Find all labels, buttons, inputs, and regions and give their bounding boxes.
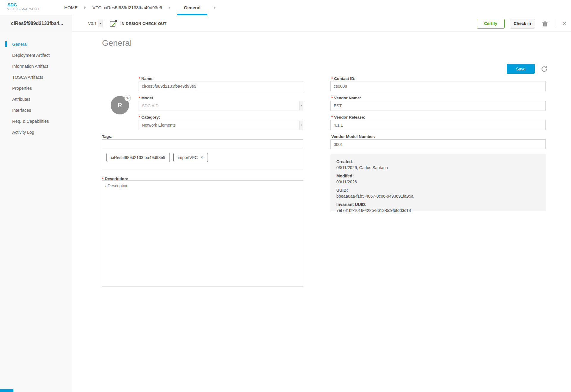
sidebar-item-tosca-artifacts[interactable]: TOSCA Artifacts	[0, 72, 72, 83]
vendor-release-label: *Vendor Release:	[331, 115, 365, 119]
sidebar-item-label: Req. & Capabilities	[12, 119, 49, 124]
tag-chip-label: importVFC	[178, 155, 198, 160]
tags-input[interactable]	[102, 139, 303, 149]
sidebar-item-properties[interactable]: Properties	[0, 83, 72, 94]
sidebar-bottom-strip	[0, 389, 13, 392]
entity-toolbar: ciRes5f989d2133fba4... V0.1 ▾ IN DESIGN …	[0, 15, 571, 32]
tag-chip: importVFC ✕	[173, 153, 208, 162]
revert-button[interactable]	[541, 65, 548, 73]
avatar-edit-button[interactable]: ✎	[124, 95, 131, 101]
vendor-name-input[interactable]	[330, 101, 546, 111]
pencil-icon: ✎	[126, 96, 129, 100]
tags-chips-container: ciRes5f989d2133fba49d93e9 importVFC ✕	[102, 149, 303, 169]
save-button[interactable]: Save	[507, 64, 535, 74]
sidebar-item-deployment-artifact[interactable]: Deployment Artifact	[0, 50, 72, 61]
model-label: *Model	[139, 96, 153, 100]
breadcrumb-current-general[interactable]: General	[177, 0, 207, 15]
avatar-letter: R	[117, 102, 122, 109]
close-icon: ✕	[200, 155, 203, 160]
contact-id-label: *Contact ID:	[331, 76, 355, 81]
breadcrumb-caret-icon	[214, 6, 216, 9]
sidebar-item-label: Information Artifact	[12, 64, 48, 69]
entity-title: ciRes5f989d2133fba4...	[11, 21, 63, 26]
general-section: General Save R ✎ *Name: *Model SDC AID	[72, 32, 571, 392]
sidebar-item-label: Properties	[12, 86, 32, 91]
vendor-model-number-input[interactable]	[330, 139, 546, 149]
sidebar-item-interfaces[interactable]: Interfaces	[0, 105, 72, 116]
meta-uuid: UUID: bbeaa0aa-f1b5-4067-8c06-9493691fa9…	[336, 187, 546, 199]
required-mark: *	[331, 76, 333, 81]
vendor-model-number-label: Vendor Model Number:	[331, 134, 375, 139]
model-select-value: SDC AID	[142, 103, 159, 108]
required-mark: *	[331, 115, 333, 119]
metadata-box: Created: 03/11/2026, Carlos Santana Modi…	[330, 154, 546, 211]
meta-value: bbeaa0aa-f1b5-4067-8c06-9493691fa95a	[336, 193, 546, 199]
entity-title-panel: ciRes5f989d2133fba4...	[0, 15, 72, 32]
meta-label: Created:	[336, 159, 546, 165]
sidebar-item-label: TOSCA Artifacts	[12, 75, 43, 80]
tag-chip-label: ciRes5f989d2133fba49d93e9	[111, 155, 165, 160]
version-dropdown-button[interactable]: ▾	[98, 20, 103, 27]
breadcrumb-home[interactable]: HOME	[64, 5, 78, 10]
sidebar-item-label: Deployment Artifact	[12, 53, 50, 58]
sidebar-item-information-artifact[interactable]: Information Artifact	[0, 61, 72, 72]
breadcrumb-caret-icon	[84, 6, 86, 9]
sidebar-item-attributes[interactable]: Attributes	[0, 94, 72, 105]
contact-id-input[interactable]	[330, 81, 546, 91]
avatar: R ✎	[111, 96, 129, 114]
meta-value: 03/11/2026, Carlos Santana	[336, 165, 546, 171]
vendor-release-input[interactable]	[330, 120, 546, 130]
select-spinner[interactable]: ▾	[299, 101, 303, 110]
sidebar-nav: General Deployment Artifact Information …	[0, 32, 72, 392]
caret-down-icon: ▾	[301, 124, 302, 126]
meta-label: UUID:	[336, 187, 546, 193]
model-select[interactable]: SDC AID ▾	[139, 101, 303, 111]
caret-down-icon: ▾	[301, 105, 302, 107]
meta-value: 7ef781bf-1016-422b-8613-0c9fbfdd3c18	[336, 207, 546, 213]
name-label: *Name:	[139, 76, 154, 81]
meta-invariant-uuid: Invariant UUID: 7ef781bf-1016-422b-8613-…	[336, 201, 546, 213]
version-label: V0.1	[88, 21, 97, 26]
close-icon: ✕	[562, 21, 567, 26]
breadcrumb-vfc[interactable]: VFC: ciRes5f989d2133fba49d93e9	[92, 5, 162, 10]
name-input[interactable]	[139, 81, 303, 91]
select-spinner[interactable]: ▾	[299, 121, 303, 130]
meta-modified: Modifed: 03/11/2026	[336, 173, 546, 185]
category-select[interactable]: Network Elements ▾	[139, 120, 303, 130]
sidebar-item-general[interactable]: General	[0, 39, 72, 50]
vendor-name-label: *Vendor Name:	[331, 96, 361, 100]
active-indicator	[5, 41, 7, 47]
breadcrumb: HOME VFC: ciRes5f989d2133fba49d93e9 Gene…	[64, 0, 222, 15]
breadcrumb-caret-icon	[169, 6, 170, 9]
description-textarea[interactable]: aDescription	[102, 180, 303, 287]
lifecycle-status: IN DESIGN CHECK OUT	[109, 15, 167, 32]
redo-icon	[541, 65, 548, 72]
sidebar-item-label: General	[12, 42, 28, 47]
app-logo[interactable]: SDC v.1.16.0-SNAPSHOT	[7, 2, 39, 11]
sidebar-item-req-capabilities[interactable]: Req. & Capabilities	[0, 116, 72, 127]
checkout-status-icon	[109, 20, 117, 27]
app-version: v.1.16.0-SNAPSHOT	[7, 7, 39, 11]
close-button[interactable]: ✕	[562, 20, 567, 27]
tag-remove-button[interactable]: ✕	[200, 155, 203, 160]
certify-button[interactable]: Certify	[477, 19, 505, 29]
checkin-button[interactable]: Check in	[510, 19, 535, 29]
top-nav: SDC v.1.16.0-SNAPSHOT HOME VFC: ciRes5f9…	[0, 0, 571, 15]
category-label: *Category:	[139, 115, 160, 119]
required-mark: *	[139, 96, 140, 100]
meta-label: Modifed:	[336, 173, 546, 179]
toolbar-actions: Certify Check in ✕	[477, 15, 571, 32]
sidebar-item-label: Interfaces	[12, 108, 31, 113]
lifecycle-status-text: IN DESIGN CHECK OUT	[120, 21, 167, 26]
app-logo-text[interactable]: SDC	[7, 2, 39, 7]
sidebar-item-activity-log[interactable]: Activity Log	[0, 127, 72, 138]
tags-label: Tags:	[102, 134, 112, 139]
delete-button[interactable]	[542, 20, 548, 27]
required-mark: *	[139, 76, 140, 81]
trash-icon	[542, 20, 548, 27]
toolbar-divider	[106, 19, 106, 28]
sdc-app: SDC v.1.16.0-SNAPSHOT HOME VFC: ciRes5f9…	[0, 0, 571, 392]
meta-created: Created: 03/11/2026, Carlos Santana	[336, 159, 546, 171]
version-selector[interactable]: V0.1 ▾	[88, 15, 103, 32]
required-mark: *	[331, 96, 333, 100]
